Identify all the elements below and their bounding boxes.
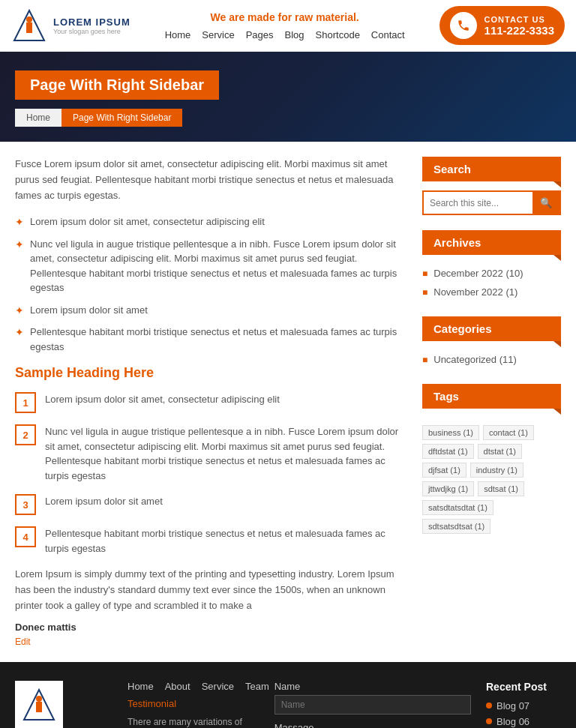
intro-text: Fusce Lorem ipsum dolor sit amet, consec… xyxy=(15,157,407,203)
bullet-list: ✦ Lorem ipsum dolor sit amet, consectetu… xyxy=(15,214,407,354)
footer-nav-about[interactable]: About xyxy=(165,681,190,692)
nav-pages[interactable]: Pages xyxy=(246,29,274,40)
footer-recent-col: Recent Post Blog 07 Blog 06 Blog 05 Blog… xyxy=(486,681,561,728)
tag[interactable]: dtstat (1) xyxy=(478,444,522,459)
archive-item-1[interactable]: ■ December 2022 (10) xyxy=(422,264,561,283)
bullet-text-1: Lorem ipsum dolor sit amet, consectetur … xyxy=(30,214,265,229)
logo-text-area: LOREM IPSUM Your slogan goes here xyxy=(53,16,130,35)
sidebar: Search 🔍 Archives ■ December 2022 (10) ■ xyxy=(422,157,561,647)
tag[interactable]: djfsat (1) xyxy=(422,463,466,478)
category-item-1[interactable]: ■ Uncategorized (11) xyxy=(422,350,561,369)
footer-nav-home[interactable]: Home xyxy=(128,681,154,692)
archive-icon: ■ xyxy=(422,268,428,279)
bullet-text-4: Pellentesque habitant morbi tristique se… xyxy=(30,325,407,354)
page-banner: Page With Right Sidebar Home Page With R… xyxy=(0,52,576,142)
list-item: ✦ Lorem ipsum dolor sit amet, consectetu… xyxy=(15,214,407,229)
bullet-icon: ✦ xyxy=(15,216,24,228)
header-center: We are made for raw material. Home Servi… xyxy=(165,11,405,40)
footer-nav-col: Home About Service Team Testimonial Ther… xyxy=(128,681,260,728)
numbered-list: 1 Lorem ipsum dolor sit amet, consectetu… xyxy=(15,392,407,556)
bullet-icon: ✦ xyxy=(15,326,24,338)
tag[interactable]: jttwdjkg (1) xyxy=(422,481,474,496)
nav-home[interactable]: Home xyxy=(165,29,191,40)
nav-contact[interactable]: Contact xyxy=(371,29,405,40)
site-footer: LOREM IPSUM Your slogan goes here f ● in… xyxy=(0,662,576,728)
nav-shortcode[interactable]: Shortcode xyxy=(316,29,360,40)
tag[interactable]: sdtsatsdtsat (1) xyxy=(422,519,490,534)
tag[interactable]: dftdstat (1) xyxy=(422,444,474,459)
footer-nav-service[interactable]: Service xyxy=(202,681,234,692)
categories-widget-title: Categories xyxy=(422,316,561,341)
author-name: Donec mattis xyxy=(15,622,407,633)
recent-item-1[interactable]: Blog 07 xyxy=(486,700,561,712)
list-item: ✦ Lorem ipsum dolor sit amet xyxy=(15,303,407,318)
tag[interactable]: industry (1) xyxy=(470,463,524,478)
categories-widget: Categories ■ Uncategorized (11) xyxy=(422,316,561,369)
main-container: Fusce Lorem ipsum dolor sit amet, consec… xyxy=(0,142,576,662)
recent-item-2[interactable]: Blog 06 xyxy=(486,716,561,727)
num-box-2: 2 xyxy=(15,424,36,445)
tags-widget: Tags business (1) contact (1) dftdstat (… xyxy=(422,384,561,541)
bullet-icon: ✦ xyxy=(15,304,24,316)
edit-link[interactable]: Edit xyxy=(15,637,31,647)
num-text-2: Nunc vel ligula in augue tristique pelle… xyxy=(45,424,407,483)
nav-service[interactable]: Service xyxy=(202,29,234,40)
contact-label: CONTACT US xyxy=(484,15,554,24)
breadcrumb: Home Page With Right Sidebar xyxy=(15,109,561,127)
dummy-text: Lorem Ipsum is simply dummy text of the … xyxy=(15,567,407,613)
phone-icon-wrap xyxy=(450,12,477,39)
footer-testimonial-text: There are many variations of passages of… xyxy=(128,715,260,728)
header-tagline: We are made for raw material. xyxy=(165,11,405,23)
footer-nav-team[interactable]: Team xyxy=(245,681,269,692)
search-input[interactable] xyxy=(424,193,532,214)
archive-icon: ■ xyxy=(422,287,428,298)
bullet-text-2: Nunc vel ligula in augue tristique pelle… xyxy=(30,237,407,295)
numbered-item-1: 1 Lorem ipsum dolor sit amet, consectetu… xyxy=(15,392,407,413)
footer-massage-label: Massage xyxy=(274,722,471,728)
contact-badge: CONTACT US 111-222-3333 xyxy=(440,6,565,45)
search-box: 🔍 xyxy=(422,190,561,215)
logo-name: LOREM IPSUM xyxy=(53,16,130,28)
footer-name-input[interactable] xyxy=(274,695,471,715)
svg-rect-6 xyxy=(36,702,42,712)
archive-item-2[interactable]: ■ November 2022 (1) xyxy=(422,283,561,301)
page-title-box: Page With Right Sidebar xyxy=(15,70,219,100)
footer-testimonial-link[interactable]: Testimonial xyxy=(128,698,260,709)
recent-post-title: Recent Post xyxy=(486,681,561,693)
num-box-3: 3 xyxy=(15,494,36,515)
footer-inner: LOREM IPSUM Your slogan goes here f ● in… xyxy=(15,681,561,728)
archives-widget: Archives ■ December 2022 (10) ■ November… xyxy=(422,230,561,301)
category-icon: ■ xyxy=(422,355,428,365)
category-list: ■ Uncategorized (11) xyxy=(422,350,561,369)
logo-area: LOREM IPSUM Your slogan goes here xyxy=(11,7,130,43)
footer-form-col: Name Massage Submit xyxy=(274,681,471,728)
list-item: ✦ Pellentesque habitant morbi tristique … xyxy=(15,325,407,354)
numbered-item-4: 4 Pellentesque habitant morbi tristique … xyxy=(15,526,407,556)
main-nav: Home Service Pages Blog Shortcode Contac… xyxy=(165,29,405,40)
footer-nav-row: Home About Service Team xyxy=(128,681,260,692)
tag[interactable]: sdtsat (1) xyxy=(478,481,524,496)
search-widget: Search 🔍 xyxy=(422,157,561,215)
logo-icon xyxy=(11,7,47,43)
content-area: Fusce Lorem ipsum dolor sit amet, consec… xyxy=(15,157,407,647)
recent-dot xyxy=(486,718,492,724)
tag[interactable]: contact (1) xyxy=(483,425,534,440)
sample-heading: Sample Heading Here xyxy=(15,365,407,381)
svg-point-3 xyxy=(26,16,32,22)
logo-sub: Your slogan goes here xyxy=(53,28,130,35)
site-header: LOREM IPSUM Your slogan goes here We are… xyxy=(0,0,576,52)
tag[interactable]: business (1) xyxy=(422,425,479,440)
svg-point-7 xyxy=(36,696,42,702)
page-title-text: Page With Right Sidebar xyxy=(30,76,204,93)
num-box-1: 1 xyxy=(15,392,36,413)
footer-logo-box xyxy=(15,681,63,728)
contact-number: 111-222-3333 xyxy=(484,24,554,37)
num-text-1: Lorem ipsum dolor sit amet, consectetur … xyxy=(45,392,280,407)
tag[interactable]: satsdtatsdtat (1) xyxy=(422,500,494,515)
search-button[interactable]: 🔍 xyxy=(532,192,560,214)
nav-blog[interactable]: Blog xyxy=(285,29,304,40)
tags-widget-title: Tags xyxy=(422,384,561,409)
breadcrumb-current: Page With Right Sidebar xyxy=(62,109,182,127)
breadcrumb-home[interactable]: Home xyxy=(15,109,62,127)
contact-info: CONTACT US 111-222-3333 xyxy=(484,15,554,37)
